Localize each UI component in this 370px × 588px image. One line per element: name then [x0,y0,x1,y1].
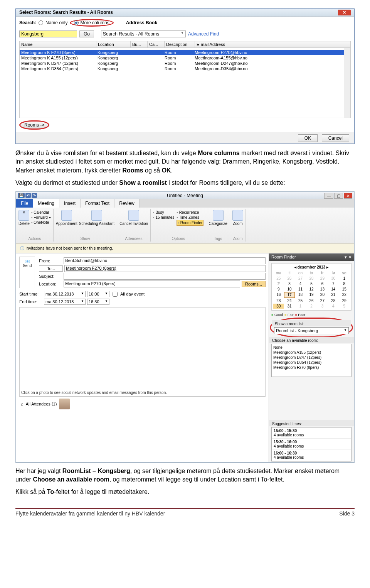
legend: GoodFairPoor [271,313,352,317]
forward-button[interactable]: Forward ▾ [31,215,51,220]
window-titlebar: 💾↶↷ Untitled - Meeting —▢✕ [16,192,354,199]
list-item[interactable]: 16:00 - 16:304 available rooms [272,450,351,461]
col-location[interactable]: Location [96,41,131,48]
rooms-button[interactable]: Rooms... [242,281,266,287]
rooms-button[interactable]: Rooms -> [19,120,49,130]
busy-dropdown[interactable]: Busy [153,210,174,215]
select-rooms-dialog: Select Rooms: Search Results - All Rooms… [15,8,355,144]
appointment-icon[interactable] [61,210,72,221]
end-date[interactable]: ma 30.12.2013 [44,299,86,305]
reminder-dropdown[interactable]: 15 minutes [153,215,174,220]
quick-access-toolbar[interactable]: 💾↶↷ [18,193,37,198]
ribbon-tabs: File Meeting Insert Format Text Review [16,199,354,208]
suggested-times-list[interactable]: 15:00 - 15:304 available rooms 15:30 - 1… [271,427,352,461]
list-item[interactable]: Meetingroom D354 (12pers) [272,360,350,365]
radio-more-columns-label: More columns [80,20,109,25]
start-time[interactable]: 16:00 [87,291,109,297]
col-name[interactable]: Name [20,41,96,48]
col-ca[interactable]: Ca... [148,41,165,48]
available-rooms-list[interactable]: None Meetingroom A155 (12pers) Meetingro… [271,344,352,377]
to-field[interactable]: Meetingroom F270 (8pers) [64,265,266,272]
start-label: Start time: [19,292,42,296]
paragraph: Her har jeg valgt RoomList – Kongsberg, … [15,467,355,484]
results-list[interactable]: Meetingroom K F270 (8pers)KongsbergRoomM… [19,48,351,118]
subject-field[interactable] [64,273,266,280]
to-button[interactable]: To... [39,265,63,272]
close-icon[interactable]: ✕ [338,10,351,15]
list-item[interactable]: Meetingroom A155 (12pers) [272,350,350,355]
max-button[interactable]: ▢ [334,193,343,199]
radio-name-only[interactable] [39,20,43,25]
body-textarea[interactable]: Click on a photo to see social network u… [19,307,266,397]
col-bu[interactable]: Bu... [131,41,148,48]
go-button[interactable]: Go [79,30,94,37]
tab-review[interactable]: Review [114,199,139,208]
page-footer: Flytte kalenderavtaler fra gammel kalend… [15,508,355,517]
room-finder-button[interactable]: Room Finder [177,220,204,226]
recurrence-button[interactable]: Recurrence [177,210,204,215]
subject-label: Subject: [39,274,62,279]
delete-icon[interactable]: ✕ [18,210,29,221]
list-item[interactable]: 15:30 - 16:004 available rooms [272,439,351,450]
footer-right: Side 3 [339,510,355,517]
table-row[interactable]: Meetingroom K D354 (12pers)KongsbergRoom… [20,66,350,71]
timezones-button[interactable]: Time Zones [177,215,204,220]
col-email[interactable]: E-mail Address [195,41,351,48]
from-label: From: [39,259,62,263]
close-button[interactable]: ✕ [344,193,352,199]
list-item[interactable]: 15:00 - 15:304 available rooms [272,427,351,439]
results-header: Name Location Bu... Ca... Description E-… [19,41,351,48]
ribbon: ✕Delete CalendarForward ▾OneNote Actions… [16,208,354,243]
address-book-label: Address Book [126,20,157,25]
tab-format[interactable]: Format Text [81,199,114,208]
dialog-title: Select Rooms: Search Results - All Rooms [19,10,113,15]
roomlist-highlight: Show a room list: RoomList - Kongsberg [270,318,353,338]
table-row[interactable]: Meetingroom K D247 (12pers)KongsbergRoom… [20,61,350,66]
ok-button[interactable]: OK [298,134,318,142]
all-day-checkbox[interactable] [113,292,118,297]
onenote-button[interactable]: OneNote [31,220,51,225]
people-pane[interactable]: ⌂All Attendees (1) [19,397,266,411]
address-book-dropdown[interactable]: Search Results - All Rooms [101,30,186,37]
categorize-icon[interactable] [213,210,224,221]
location-field[interactable]: Meetingroom F270 (8pers) [64,280,240,287]
send-button[interactable]: 📧Send [19,257,35,288]
end-label: End time: [19,299,42,304]
tab-meeting[interactable]: Meeting [33,199,59,208]
zoom-icon[interactable] [232,210,243,221]
list-item[interactable]: Meetingroom F270 (8pers) [272,365,350,370]
ribbon-group-options: Busy15 minutes RecurrenceTime ZonesRoom … [151,209,206,242]
cancel-button[interactable]: Cancel [322,134,349,142]
list-item[interactable]: None [272,345,350,350]
cancel-invitation-icon[interactable] [128,210,139,221]
social-hint: Click on a photo to see social network u… [21,390,167,395]
ribbon-group-actions: ✕Delete CalendarForward ▾OneNote Actions [16,209,54,242]
window-title: Untitled - Meeting [167,193,203,198]
calendar[interactable]: ◂ desember 2013 ▸ mationtofrløsø 2526272… [271,263,352,311]
search-input[interactable]: Kongsberg [19,30,77,37]
ribbon-group-zoom: Zoom Zoom [230,209,246,242]
search-label: Search: [19,20,36,25]
start-date[interactable]: ma 30.12.2013 [44,291,86,297]
roomlist-dropdown[interactable]: RoomList - Kongsberg [274,327,349,334]
scheduling-icon[interactable] [91,210,102,221]
advanced-find-link[interactable]: Advanced Find [188,31,219,37]
col-desc[interactable]: Description [165,41,195,48]
tab-file[interactable]: File [16,199,33,208]
table-row[interactable]: Meetingroom K F270 (8pers)KongsbergRoomM… [20,50,350,55]
scrollbar[interactable] [344,48,350,118]
form-area: 📧Send From:Berit.Schmidt@hbv.no To...Mee… [16,253,269,462]
paragraph: Valgte du derimot et studiested under Sh… [15,179,355,187]
tab-insert[interactable]: Insert [59,199,81,208]
min-button[interactable]: — [324,193,333,199]
more-columns-highlight: More columns [70,19,113,27]
dialog-titlebar: Select Rooms: Search Results - All Rooms… [16,8,354,17]
end-time[interactable]: 16:30 [87,299,109,305]
panel-close-icon[interactable]: ▾ ✕ [345,255,352,260]
room-finder-title: Room Finder [271,255,296,260]
from-field[interactable]: Berit.Schmidt@hbv.no [64,257,266,264]
table-row[interactable]: Meetingroom K A155 (12pers)KongsbergRoom… [20,55,350,61]
list-item[interactable]: Meetingroom D247 (12pers) [272,355,350,360]
calendar-button[interactable]: Calendar [31,210,51,215]
radio-more-columns[interactable] [74,20,79,25]
